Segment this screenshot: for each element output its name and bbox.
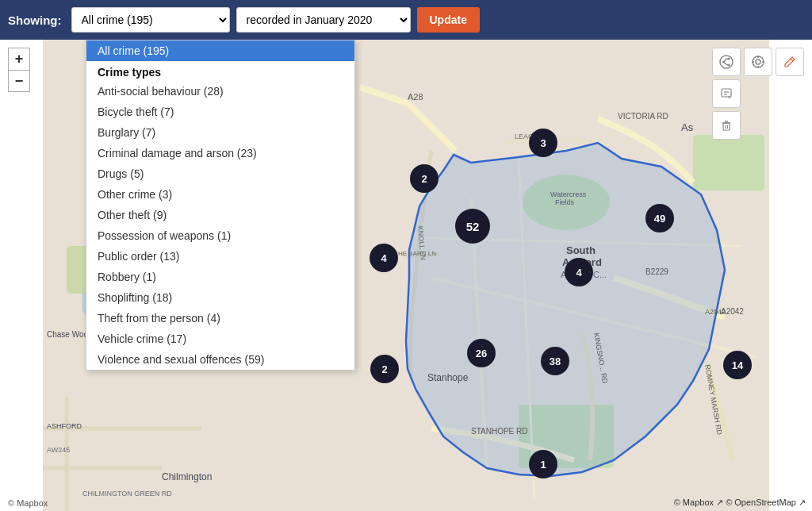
dropdown-item-violence[interactable]: Violence and sexual offences (59) (86, 349, 354, 370)
location-tool-button[interactable] (744, 48, 772, 76)
svg-text:South: South (566, 244, 596, 256)
svg-text:Fields: Fields (555, 198, 575, 206)
svg-rect-50 (722, 89, 731, 97)
svg-rect-53 (723, 123, 730, 130)
svg-text:As: As (681, 121, 694, 133)
svg-point-39 (720, 56, 733, 68)
svg-line-49 (791, 59, 793, 61)
date-select[interactable]: recorded in January 2020 (236, 7, 411, 33)
crime-cluster-c10[interactable]: 2 (370, 355, 399, 383)
svg-text:STANHOPE RD: STANHOPE RD (471, 427, 528, 436)
dropdown-item-all-crime[interactable]: All crime (195) (86, 40, 354, 61)
dropdown-item-shoplifting[interactable]: Shoplifting (18) (86, 287, 354, 308)
osm-attribution[interactable]: © OpenStreetMap ↗ (726, 498, 806, 507)
dropdown-item-robbery[interactable]: Robbery (1) (86, 267, 354, 287)
svg-text:HE BARN LN: HE BARN LN (398, 250, 436, 257)
svg-text:A2042: A2042 (721, 307, 744, 316)
dropdown-item-other-crime[interactable]: Other crime (3) (86, 184, 354, 205)
dropdown-item-theft-person[interactable]: Theft from the person (4) (86, 308, 354, 328)
crime-type-dropdown: All crime (195) Crime types Anti-social … (86, 40, 355, 371)
svg-point-41 (728, 58, 730, 60)
map-tools (712, 48, 804, 140)
edit-tool-button[interactable] (712, 79, 741, 108)
dropdown-item-drugs[interactable]: Drugs (5) (86, 163, 354, 184)
map-container: A28 VICTORIA RD B2229 A2042 STANHOPE RD … (0, 40, 812, 511)
svg-text:Chilmington: Chilmington (162, 471, 212, 482)
dropdown-item-antisocial[interactable]: Anti-social behaviour (28) (86, 81, 354, 102)
crime-cluster-c2[interactable]: 2 (410, 164, 439, 193)
mapbox-label: © Mapbox (8, 498, 48, 508)
crime-cluster-c7[interactable]: 26 (467, 339, 496, 367)
update-button[interactable]: Update (417, 7, 480, 33)
crime-cluster-c6[interactable]: 4 (565, 258, 593, 286)
zoom-out-button[interactable]: − (8, 70, 30, 92)
svg-text:VICTORIA RD: VICTORIA RD (618, 112, 668, 121)
svg-text:A28: A28 (408, 92, 423, 102)
svg-text:B2229: B2229 (645, 267, 668, 276)
svg-point-42 (728, 64, 730, 67)
dropdown-section-crime-types: Crime types (86, 61, 354, 81)
crime-cluster-c5[interactable]: 4 (370, 244, 398, 272)
svg-text:ASHFORD: ASHFORD (47, 422, 82, 430)
svg-text:Watercress: Watercress (550, 190, 587, 198)
map-tool-row-1 (712, 48, 804, 76)
crime-cluster-c4[interactable]: 52 (455, 209, 490, 244)
dropdown-item-burglary[interactable]: Burglary (7) (86, 122, 354, 143)
crime-cluster-c11[interactable]: 1 (529, 450, 557, 478)
svg-text:CHILMINGTON GREEN RD: CHILMINGTON GREEN RD (82, 490, 172, 498)
dropdown-item-vehicle-crime[interactable]: Vehicle crime (17) (86, 328, 354, 349)
attribution: © Mapbox ↗ © OpenStreetMap ↗ (674, 498, 806, 508)
share-tool-button[interactable] (712, 48, 741, 76)
header-bar: Showing: All crime (195) recorded in Jan… (0, 0, 812, 40)
crime-cluster-c1[interactable]: 3 (529, 129, 557, 157)
pencil-tool-button[interactable] (776, 48, 804, 76)
crime-cluster-c9[interactable]: 14 (723, 351, 752, 379)
dropdown-item-possession-weapons[interactable]: Possession of weapons (1) (86, 225, 354, 246)
dropdown-item-public-order[interactable]: Public order (13) (86, 246, 354, 267)
mapbox-logo: © Mapbox (8, 498, 48, 508)
svg-rect-5 (693, 135, 764, 190)
svg-text:AW245: AW245 (47, 446, 70, 454)
zoom-controls: + − (8, 48, 30, 92)
svg-point-43 (753, 56, 764, 67)
dropdown-item-bicycle-theft[interactable]: Bicycle theft (7) (86, 102, 354, 122)
crime-cluster-c3[interactable]: 49 (645, 204, 674, 232)
dropdown-item-other-theft[interactable]: Other theft (9) (86, 205, 354, 225)
svg-point-40 (722, 61, 725, 63)
delete-tool-button[interactable] (712, 111, 741, 140)
mapbox-attribution[interactable]: © Mapbox ↗ (674, 498, 723, 507)
svg-text:Stanhope: Stanhope (427, 372, 469, 383)
zoom-in-button[interactable]: + (8, 48, 30, 70)
crime-type-select[interactable]: All crime (195) (71, 7, 230, 33)
dropdown-item-criminal-damage[interactable]: Criminal damage and arson (23) (86, 143, 354, 163)
crime-cluster-c8[interactable]: 38 (541, 347, 569, 375)
showing-label: Showing: (8, 13, 62, 27)
